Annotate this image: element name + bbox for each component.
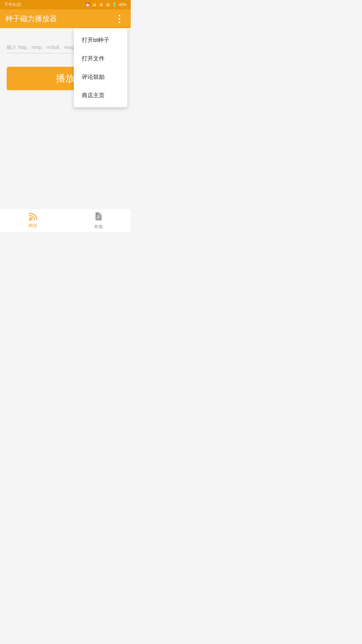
status-icons: ⏰ 📶 📶 📶 🔋 40% [85,2,127,7]
nav-item-network[interactable]: 网络 [0,209,65,232]
svg-point-0 [29,219,31,221]
signal-icon2: 📶 [105,2,110,7]
wifi-icon: 📶 [92,2,97,7]
nav-item-local[interactable]: 本地 [65,209,131,232]
menu-dot-2 [119,18,120,20]
overflow-menu-button[interactable] [113,13,125,25]
local-icon [94,212,102,222]
status-time: 下午4:22 [4,2,21,8]
dropdown-menu: 打开bt种子 打开文件 评论鼓励 商店主页 [74,28,127,107]
menu-item-store[interactable]: 商店主页 [74,86,127,105]
menu-dot-1 [119,15,120,16]
battery-icon: 🔋 [112,2,117,7]
network-icon [28,213,37,221]
status-bar: 下午4:22 ⏰ 📶 📶 📶 🔋 40% [0,0,131,9]
menu-item-comment[interactable]: 评论鼓励 [74,68,127,86]
bottom-nav: 网络 本地 [0,209,131,232]
signal-icon1: 📶 [99,2,104,7]
battery-percent: 40% [119,2,127,7]
menu-dot-3 [119,21,120,23]
nav-label-network: 网络 [28,223,37,229]
alarm-icon: ⏰ [85,2,90,7]
app-title: 种子磁力播放器 [5,14,113,24]
app-bar: 种子磁力播放器 [0,9,131,28]
menu-item-open-bt[interactable]: 打开bt种子 [74,31,127,49]
menu-item-open-file[interactable]: 打开文件 [74,49,127,68]
nav-label-local: 本地 [94,224,103,230]
